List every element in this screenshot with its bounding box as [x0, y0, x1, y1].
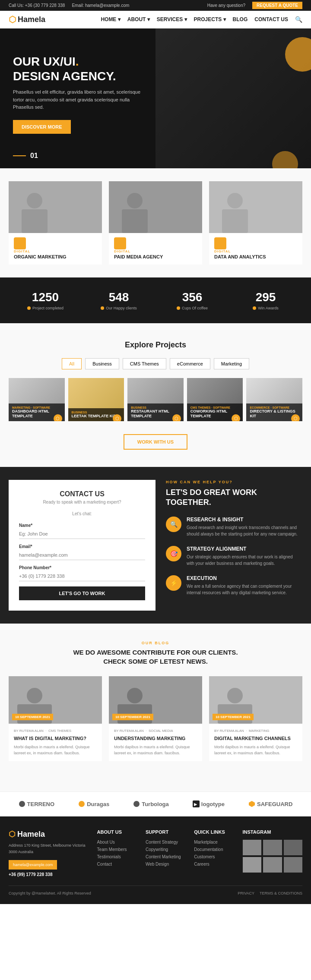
stat-label-clients: Our Happy clients — [82, 306, 156, 310]
stat-dot — [101, 306, 104, 310]
quote-button[interactable]: REQUEST A QUOTE — [252, 2, 302, 9]
footer-privacy-link[interactable]: PRIVACY — [238, 891, 254, 895]
footer-link-careers[interactable]: Careers — [194, 862, 234, 867]
project-card-1[interactable]: MARKETING · SOFTWARE DASHBOARD HTML TEMP… — [9, 378, 65, 421]
logo[interactable]: ⬡ Hamela — [9, 14, 45, 25]
service-card-organic[interactable]: DIGITAL ORGANIC MARKETING — [9, 181, 102, 265]
topbar-question[interactable]: Have any question? — [207, 3, 245, 8]
partner-turbologa[interactable]: Turbologa — [133, 800, 169, 807]
email-input[interactable] — [19, 550, 145, 560]
footer-terms-link[interactable]: TERMS & CONDITIONS — [260, 891, 302, 895]
name-input[interactable] — [19, 529, 145, 539]
organic-icon — [14, 237, 26, 249]
projects-grid: MARKETING · SOFTWARE DASHBOARD HTML TEMP… — [9, 378, 302, 421]
project-badge-3: ⬡ — [172, 414, 181, 421]
svg-point-18 — [19, 801, 25, 807]
footer-col-quicklinks: QUICK LINKS Marketplace Documentation Cu… — [194, 829, 234, 877]
project-badge-1: ⬡ — [54, 414, 62, 421]
service-card-data[interactable]: DIGITAL DATA AND ANALYTICS — [209, 181, 302, 265]
svg-point-10 — [27, 688, 42, 703]
partner-safeguard[interactable]: SAFEGUARD — [248, 800, 292, 807]
nav-about[interactable]: ABOUT ▾ — [127, 16, 150, 22]
project-card-2[interactable]: BUSINESS LEETAK TEMPLATE KIT ⬡ — [68, 378, 124, 421]
stats-grid: 1250 Project completed 548 Our Happy cli… — [9, 290, 302, 310]
insta-thumb-3[interactable] — [284, 840, 302, 855]
footer-aboutus-title: ABOUT US — [97, 829, 137, 835]
project-cat-4: CMS THEMES · SOFTWARE — [190, 406, 240, 409]
project-badge-2: ⬡ — [113, 414, 121, 421]
insta-thumb-6[interactable] — [284, 857, 302, 873]
insta-thumb-4[interactable] — [243, 857, 261, 873]
svg-point-1 — [27, 193, 42, 208]
footer-link-content-marketing[interactable]: Content Marketing — [146, 854, 185, 859]
insta-thumb-2[interactable] — [263, 840, 282, 855]
footer-link-web-design[interactable]: Web Design — [146, 862, 185, 867]
svg-rect-5 — [122, 209, 148, 233]
project-card-5[interactable]: ECOMMERCE · SOFTWARE DIRECTORY & LISTING… — [246, 378, 302, 421]
service-card-paid[interactable]: DIGITAL PAID MEDIA AGENCY — [109, 181, 202, 265]
footer-link-content-strategy[interactable]: Content Strategy — [146, 840, 185, 845]
blog-card-3[interactable]: 10 SEPTEMBER 2021 BY RUTEMA ALAN · MARKE… — [209, 676, 302, 761]
discover-button[interactable]: DISCOVER MORE — [13, 120, 71, 134]
submit-button[interactable]: LET'S GO TO WORK — [19, 586, 145, 600]
project-card-3[interactable]: BUSINESS RESTAURANT HTML TEMPLATE ⬡ — [127, 378, 184, 421]
footer-link-about[interactable]: About Us — [97, 840, 137, 845]
partner-logotype[interactable]: ▶ logotype — [193, 800, 225, 807]
stat-label-projects: Project completed — [9, 306, 82, 310]
contact-subtitle2: Let's chat: — [19, 511, 145, 516]
filter-cms[interactable]: CMS Themes — [123, 358, 166, 369]
project-thumb-4: CMS THEMES · SOFTWARE COWORKING HTML TEM… — [187, 378, 243, 421]
footer-link-copywriting[interactable]: Copywriting — [146, 847, 185, 852]
footer-link-team[interactable]: Team Members — [97, 847, 137, 852]
footer-email[interactable]: hamela@example.com — [9, 860, 57, 870]
stat-label-coffee: Cups Of coffee — [156, 306, 229, 310]
footer-logo-text: Hamela — [17, 830, 45, 839]
service-title-paid: PAID MEDIA AGENCY — [114, 254, 197, 259]
filter-ecommerce[interactable]: eCommerce — [170, 358, 210, 369]
blog-grid: 10 SEPTEMBER 2021 BY RUTEMA ALAN · CMS T… — [9, 676, 302, 761]
footer-logo: ⬡ Hamela — [9, 829, 89, 839]
search-icon[interactable]: 🔍 — [295, 16, 302, 23]
footer-link-customers[interactable]: Customers — [194, 854, 234, 859]
footer-link-contact[interactable]: Contact — [97, 862, 137, 867]
filter-marketing[interactable]: Marketing — [214, 358, 249, 369]
project-thumb-5: ECOMMERCE · SOFTWARE DIRECTORY & LISTING… — [246, 378, 302, 421]
work-with-us-button[interactable]: WORK WITH US — [124, 434, 187, 450]
navbar: ⬡ Hamela HOME ▾ ABOUT ▾ SERVICES ▾ PROJE… — [0, 11, 311, 28]
insta-thumb-1[interactable] — [243, 840, 261, 855]
filter-all[interactable]: All — [62, 358, 82, 369]
partner-terreno[interactable]: TERRENO — [19, 800, 55, 807]
nav-blog[interactable]: BLOG — [233, 16, 248, 22]
footer-grid: ⬡ Hamela Address 170 King Street, Melbou… — [9, 829, 302, 877]
footer-link-documentation[interactable]: Documentation — [194, 847, 234, 852]
footer-link-marketplace[interactable]: Marketplace — [194, 840, 234, 845]
svg-point-20 — [133, 801, 140, 807]
partner-duragas[interactable]: Duragas — [78, 800, 109, 807]
project-card-4[interactable]: CMS THEMES · SOFTWARE COWORKING HTML TEM… — [187, 378, 243, 421]
phone-input[interactable] — [19, 571, 145, 581]
name-label: Name* — [19, 523, 145, 528]
blog-excerpt-3: Morbi dapibus in mauris a eleifend. Quis… — [214, 744, 297, 756]
partners-section: TERRENO Duragas Turbologa ▶ logotype SAF… — [0, 791, 311, 816]
data-icon — [214, 237, 226, 249]
nav-contact[interactable]: CONTACT US — [254, 16, 288, 22]
blog-card-2[interactable]: 10 SEPTEMBER 2021 BY RUTEMA ALAN · SOCIA… — [109, 676, 202, 761]
blog-tag: OUR BLOG — [9, 641, 302, 645]
filter-business[interactable]: Business — [85, 358, 119, 369]
blog-title: WE DO AWESOME CONTRIBUTE FOR OUR CLIENTS… — [9, 648, 302, 666]
nav-home[interactable]: HOME ▾ — [101, 16, 120, 22]
blog-img-1: 10 SEPTEMBER 2021 — [9, 676, 102, 724]
nav-services[interactable]: SERVICES ▾ — [157, 16, 187, 22]
nav-projects[interactable]: PROJECTS ▾ — [194, 16, 226, 22]
blog-card-1[interactable]: 10 SEPTEMBER 2021 BY RUTEMA ALAN · CMS T… — [9, 676, 102, 761]
email-label: Email* — [19, 544, 145, 549]
stat-awards: 295 Win Awards — [229, 290, 302, 310]
svg-rect-2 — [22, 209, 48, 233]
blog-date-1: 10 SEPTEMBER 2021 — [12, 714, 53, 720]
insta-thumb-5[interactable] — [263, 857, 282, 873]
service-title-data: DATA AND ANALYTICS — [214, 254, 297, 259]
svg-point-19 — [79, 801, 85, 807]
footer-phone: +36 (99) 1779 228 338 — [9, 872, 89, 877]
footer-link-testimonials[interactable]: Testimonials — [97, 854, 137, 859]
footer-support-links: Content Strategy Copywriting Content Mar… — [146, 840, 185, 867]
